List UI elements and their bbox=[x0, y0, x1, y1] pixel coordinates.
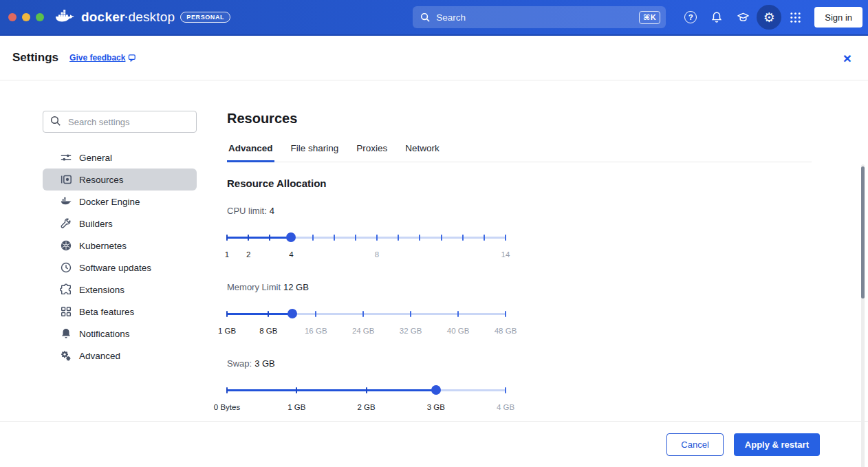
slider-tick-label: 1 GB bbox=[287, 403, 305, 411]
slider-tick bbox=[410, 311, 411, 317]
sidebar-item-advanced[interactable]: Advanced bbox=[43, 345, 197, 367]
slider-tick-label: 2 bbox=[246, 250, 250, 259]
slider-tick bbox=[362, 311, 364, 317]
sidebar-item-label: Extensions bbox=[79, 285, 124, 295]
slider-tick bbox=[376, 235, 378, 241]
close-settings-icon[interactable]: × bbox=[843, 51, 851, 65]
minimize-window-button[interactable] bbox=[22, 13, 30, 21]
docker-whale-icon bbox=[55, 10, 76, 25]
topbar-icons: ? ⚙ bbox=[678, 5, 807, 30]
sign-in-button[interactable]: Sign in bbox=[814, 7, 862, 28]
bell-icon bbox=[59, 327, 72, 340]
slider-tick-label: 4 bbox=[289, 250, 293, 259]
tab-proxies[interactable]: Proxies bbox=[355, 143, 389, 162]
academy-button[interactable] bbox=[730, 5, 755, 30]
cpu-limit-slider-group: CPU limit:4124814 bbox=[227, 206, 506, 260]
memory-limit-slider-thumb[interactable] bbox=[287, 309, 297, 318]
sidebar-item-kubernetes[interactable]: Kubernetes bbox=[43, 235, 197, 257]
slider-tick bbox=[441, 235, 442, 241]
brand-wordmark: docker·desktop bbox=[81, 10, 175, 25]
slider-tick-label: 40 GB bbox=[447, 327, 470, 335]
give-feedback-link[interactable]: Give feedback bbox=[69, 53, 137, 63]
gears-icon bbox=[59, 349, 72, 362]
swap-slider-group: Swap:3 GB0 Bytes1 GB2 GB3 GB4 GB bbox=[227, 358, 506, 413]
tab-network[interactable]: Network bbox=[404, 143, 441, 162]
memory-limit-caption: Memory Limit12 GB bbox=[227, 282, 506, 292]
slider-fill bbox=[227, 389, 436, 391]
slider-tick-label: 32 GB bbox=[400, 327, 422, 335]
wrench-icon bbox=[59, 217, 72, 230]
help-icon: ? bbox=[684, 11, 697, 23]
notifications-button[interactable] bbox=[704, 5, 729, 30]
apply-restart-button[interactable]: Apply & restart bbox=[734, 433, 820, 456]
sidebar-item-label: Kubernetes bbox=[79, 241, 127, 251]
cancel-button[interactable]: Cancel bbox=[666, 433, 723, 456]
slider-tick bbox=[226, 387, 228, 393]
search-icon bbox=[420, 12, 431, 23]
sidebar-nav: GeneralResourcesDocker EngineBuildersKub… bbox=[43, 146, 197, 367]
sidebar-item-builders[interactable]: Builders bbox=[43, 213, 197, 235]
resources-icon bbox=[59, 173, 72, 186]
sidebar-item-beta-features[interactable]: Beta features bbox=[43, 301, 197, 323]
vertical-scrollbar[interactable] bbox=[861, 164, 865, 467]
swap-slider-thumb[interactable] bbox=[431, 385, 441, 395]
sidebar-item-label: Resources bbox=[79, 175, 124, 185]
cpu-limit-slider[interactable] bbox=[227, 232, 506, 242]
settings-content: GeneralResourcesDocker EngineBuildersKub… bbox=[0, 80, 868, 421]
window-controls bbox=[8, 13, 44, 21]
sidebar-item-docker-engine[interactable]: Docker Engine bbox=[43, 191, 197, 213]
sidebar-item-label: Software updates bbox=[79, 263, 151, 273]
sidebar-item-resources[interactable]: Resources bbox=[43, 169, 197, 191]
slider-tick bbox=[334, 235, 335, 241]
memory-limit-slider[interactable] bbox=[227, 309, 506, 318]
slider-tick-label: 4 GB bbox=[497, 403, 514, 411]
slider-labels: 124814 bbox=[227, 250, 506, 260]
apps-grid-button[interactable] bbox=[783, 5, 807, 30]
sidebar-search-input[interactable] bbox=[43, 111, 197, 133]
slider-tick bbox=[226, 235, 228, 241]
slider-fill bbox=[227, 313, 292, 315]
sidebar-item-extensions[interactable]: Extensions bbox=[43, 279, 197, 301]
slider-tick bbox=[505, 387, 506, 393]
slider-tick bbox=[315, 311, 316, 317]
memory-limit-slider-group: Memory Limit12 GB1 GB8 GB16 GB24 GB32 GB… bbox=[227, 282, 506, 336]
maximize-window-button[interactable] bbox=[36, 13, 44, 21]
settings-footer: Cancel Apply & restart bbox=[0, 421, 868, 467]
sidebar-item-software-updates[interactable]: Software updates bbox=[43, 257, 197, 279]
slider-tick bbox=[296, 387, 297, 393]
search-shortcut-badge: ⌘K bbox=[639, 11, 660, 24]
cpu-limit-slider-thumb[interactable] bbox=[286, 232, 296, 242]
global-search[interactable]: ⌘K bbox=[413, 6, 666, 28]
slider-tick bbox=[398, 235, 399, 241]
sidebar-item-label: Notifications bbox=[79, 329, 130, 339]
slider-tick-label: 8 GB bbox=[259, 327, 277, 335]
docker-desktop-window: docker·desktop PERSONAL ⌘K ? bbox=[0, 0, 868, 467]
cpu-limit-caption: CPU limit:4 bbox=[227, 206, 506, 216]
tab-advanced[interactable]: Advanced bbox=[227, 143, 274, 162]
tab-file-sharing[interactable]: File sharing bbox=[290, 143, 340, 162]
swap-slider[interactable] bbox=[227, 385, 506, 395]
slider-tick bbox=[505, 311, 506, 317]
scrollbar-thumb[interactable] bbox=[861, 166, 865, 298]
docker-engine-icon bbox=[59, 195, 72, 208]
bell-icon bbox=[710, 11, 723, 23]
slider-tick-label: 3 GB bbox=[427, 403, 445, 411]
help-button[interactable]: ? bbox=[678, 5, 703, 30]
slider-tick bbox=[366, 387, 367, 393]
slider-tick-label: 8 bbox=[375, 250, 379, 259]
slider-tick bbox=[484, 235, 485, 241]
sidebar-item-label: Advanced bbox=[79, 351, 120, 361]
academy-icon bbox=[737, 11, 750, 24]
kubernetes-icon bbox=[59, 239, 72, 252]
sidebar-item-notifications[interactable]: Notifications bbox=[43, 323, 197, 345]
sidebar-item-label: Beta features bbox=[79, 307, 134, 317]
slider-tick bbox=[505, 235, 506, 241]
slider-tick bbox=[268, 311, 269, 317]
slider-tick-label: 0 Bytes bbox=[214, 403, 240, 411]
sidebar-item-general[interactable]: General bbox=[43, 146, 197, 169]
slider-tick bbox=[269, 235, 270, 241]
global-search-input[interactable] bbox=[436, 12, 639, 23]
close-window-button[interactable] bbox=[8, 13, 17, 21]
slider-tick bbox=[462, 235, 464, 241]
settings-button[interactable]: ⚙ bbox=[757, 5, 781, 30]
